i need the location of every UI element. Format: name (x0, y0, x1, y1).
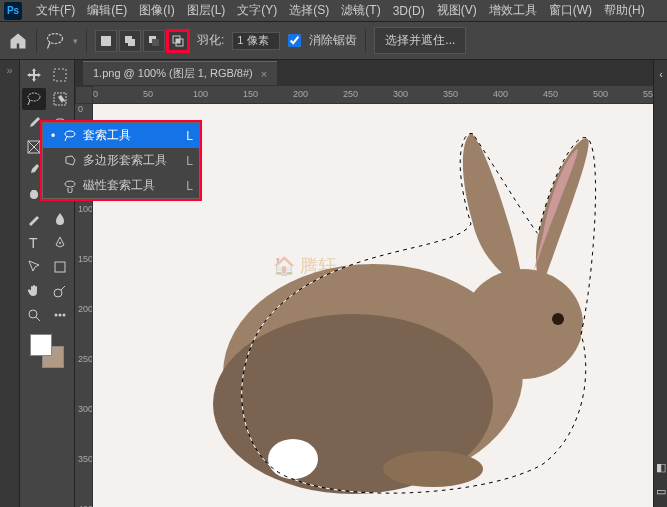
close-tab-icon[interactable]: × (261, 68, 267, 80)
menu-view[interactable]: 视图(V) (431, 0, 483, 22)
menu-type[interactable]: 文字(Y) (231, 0, 283, 22)
svg-point-22 (63, 314, 66, 317)
color-swatches[interactable] (22, 328, 72, 368)
svg-point-21 (59, 314, 62, 317)
menu-plugins[interactable]: 增效工具 (483, 0, 543, 22)
dodge-tool[interactable] (48, 280, 72, 302)
menu-3d[interactable]: 3D(D) (387, 1, 431, 21)
selection-subtract[interactable] (143, 30, 165, 52)
feather-input[interactable] (232, 32, 280, 50)
home-button[interactable] (8, 31, 28, 51)
svg-point-26 (552, 313, 564, 325)
svg-point-19 (29, 310, 37, 318)
selection-new[interactable] (95, 30, 117, 52)
marquee-tool[interactable] (48, 64, 72, 86)
menu-layer[interactable]: 图层(L) (181, 0, 232, 22)
svg-rect-8 (176, 39, 180, 43)
selection-intersect[interactable] (167, 30, 189, 52)
svg-point-20 (55, 314, 58, 317)
selection-add[interactable] (119, 30, 141, 52)
flyout-magnetic-lasso[interactable]: 磁性套索工具 L (43, 173, 199, 198)
menu-help[interactable]: 帮助(H) (598, 0, 651, 22)
svg-rect-17 (55, 262, 65, 272)
panel-collapse-strip[interactable]: » (0, 60, 20, 507)
lasso-tool[interactable] (22, 88, 46, 110)
active-tool-icon[interactable] (45, 31, 65, 51)
separator (86, 29, 87, 53)
flyout-label: 多边形套索工具 (83, 152, 180, 169)
svg-point-25 (463, 269, 583, 379)
flyout-label: 磁性套索工具 (83, 177, 180, 194)
magnetic-lasso-icon (63, 179, 77, 193)
selection-mode-group (95, 30, 189, 52)
svg-point-27 (268, 439, 318, 479)
zoom-tool[interactable] (22, 304, 46, 326)
lasso-flyout-menu: • 套索工具 L 多边形套索工具 L 磁性套索工具 L (42, 122, 200, 199)
shape-tool[interactable] (48, 256, 72, 278)
flyout-shortcut: L (186, 179, 193, 193)
antialias-checkbox[interactable] (288, 34, 301, 47)
pen-tool[interactable] (48, 232, 72, 254)
svg-point-16 (59, 242, 61, 244)
rabbit-image (173, 124, 603, 504)
flyout-label: 套索工具 (83, 127, 180, 144)
flyout-shortcut: L (186, 129, 193, 143)
options-bar: ▾ 羽化: 消除锯齿 选择并遮住... (0, 22, 667, 60)
flyout-lasso[interactable]: • 套索工具 L (43, 123, 199, 148)
svg-text:T: T (29, 235, 38, 251)
separator (365, 29, 366, 53)
antialias-label: 消除锯齿 (309, 32, 357, 49)
svg-point-10 (28, 93, 40, 101)
right-panel-strip[interactable]: ‹ ◧ ▭ (653, 60, 667, 507)
svg-point-0 (48, 33, 63, 43)
flyout-poly-lasso[interactable]: 多边形套索工具 L (43, 148, 199, 173)
svg-point-28 (383, 451, 483, 487)
chevron-icon[interactable]: ‹ (654, 64, 667, 84)
menu-select[interactable]: 选择(S) (283, 0, 335, 22)
document-tabs: 1.png @ 100% (图层 1, RGB/8#) × (75, 60, 667, 86)
svg-rect-5 (152, 39, 159, 46)
pencil-tool[interactable] (22, 208, 46, 230)
menu-image[interactable]: 图像(I) (133, 0, 180, 22)
tab-title: 1.png @ 100% (图层 1, RGB/8#) (93, 66, 253, 81)
foreground-color[interactable] (30, 334, 52, 356)
menubar: Ps 文件(F) 编辑(E) 图像(I) 图层(L) 文字(Y) 选择(S) 滤… (0, 0, 667, 22)
hand-tool[interactable] (22, 280, 46, 302)
menu-edit[interactable]: 编辑(E) (81, 0, 133, 22)
edit-toolbar[interactable] (48, 304, 72, 326)
svg-rect-3 (128, 39, 135, 46)
path-select-tool[interactable] (22, 256, 46, 278)
lasso-icon (63, 129, 77, 143)
app-logo: Ps (4, 2, 22, 20)
move-tool[interactable] (22, 64, 46, 86)
document-tab[interactable]: 1.png @ 100% (图层 1, RGB/8#) × (83, 61, 277, 85)
ruler-horizontal[interactable]: 050100150200250300350400450500550 (93, 86, 667, 104)
menu-filter[interactable]: 滤镜(T) (335, 0, 386, 22)
flyout-shortcut: L (186, 154, 193, 168)
blur-tool[interactable] (48, 208, 72, 230)
panel-icon[interactable]: ◧ (654, 457, 667, 477)
svg-rect-1 (101, 36, 111, 46)
panel-icon[interactable]: ▭ (654, 481, 667, 501)
chevron-icon[interactable]: » (0, 64, 19, 76)
ruler-corner (75, 86, 93, 104)
object-select-tool[interactable] (48, 88, 72, 110)
poly-lasso-icon (63, 154, 77, 168)
feather-label: 羽化: (197, 32, 224, 49)
svg-rect-9 (54, 69, 66, 81)
svg-point-30 (65, 181, 75, 187)
active-dot: • (49, 129, 57, 143)
select-and-mask-button[interactable]: 选择并遮住... (374, 27, 466, 54)
menu-window[interactable]: 窗口(W) (543, 0, 598, 22)
menu-file[interactable]: 文件(F) (30, 0, 81, 22)
watermark: 🏠 腾轩 (273, 254, 336, 278)
separator (36, 29, 37, 53)
type-tool[interactable]: T (22, 232, 46, 254)
svg-point-18 (54, 289, 62, 297)
